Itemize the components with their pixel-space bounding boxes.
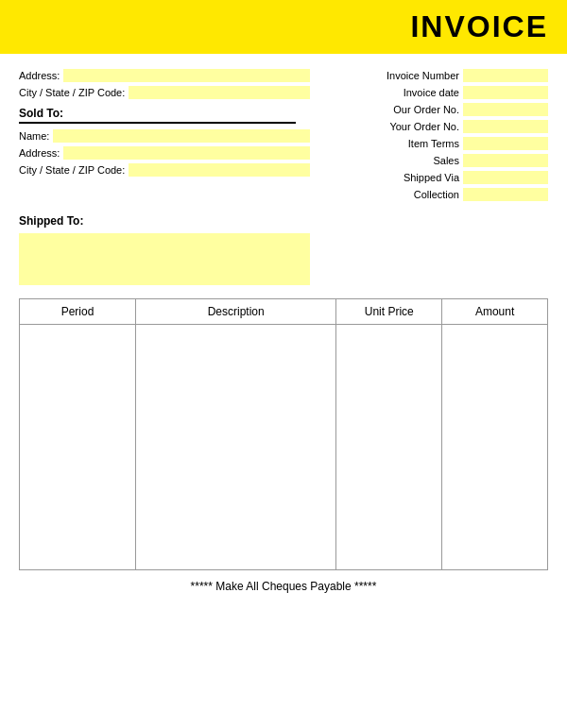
amount-cell[interactable] (442, 325, 548, 570)
right-field-label-3: Your Order No. (389, 121, 459, 132)
address-label: Address: (19, 70, 60, 81)
right-field-input-7[interactable] (463, 188, 548, 201)
shipped-to-label: Shipped To: (19, 214, 548, 228)
sold-to-label: Sold To: (19, 107, 296, 124)
period-cell[interactable] (20, 325, 136, 570)
invoice-header: INVOICE (0, 0, 567, 54)
right-field-input-3[interactable] (463, 120, 548, 133)
right-field-input-5[interactable] (463, 154, 548, 167)
right-field-label-5: Sales (433, 155, 459, 166)
city-label: City / State / ZIP Code: (19, 87, 125, 98)
right-field-row-5: Sales (326, 154, 548, 167)
name-label: Name: (19, 130, 49, 142)
right-field-row-6: Shipped Via (326, 171, 548, 184)
col-period: Period (20, 299, 136, 325)
city2-input[interactable] (129, 163, 310, 177)
right-field-input-0[interactable] (463, 69, 548, 82)
name-input[interactable] (53, 129, 310, 143)
unit-price-cell[interactable] (336, 325, 442, 570)
right-field-row-3: Your Order No. (326, 120, 548, 133)
right-field-label-2: Our Order No. (393, 104, 459, 115)
right-field-row-4: Item Terms (326, 137, 548, 150)
invoice-table: Period Description Unit Price Amount (19, 298, 548, 570)
right-field-input-6[interactable] (463, 171, 548, 184)
right-field-row-7: Collection (326, 188, 548, 201)
city2-label: City / State / ZIP Code: (19, 164, 125, 176)
shipped-to-input[interactable] (19, 233, 310, 285)
right-field-row-2: Our Order No. (326, 103, 548, 116)
right-field-row-1: Invoice date (326, 86, 548, 99)
right-field-row-0: Invoice Number (326, 69, 548, 82)
address2-label: Address: (19, 147, 60, 159)
right-field-label-4: Item Terms (408, 138, 459, 149)
right-field-label-7: Collection (414, 189, 459, 200)
col-amount: Amount (442, 299, 548, 325)
right-field-input-2[interactable] (463, 103, 548, 116)
right-field-input-1[interactable] (463, 86, 548, 99)
address2-input[interactable] (63, 146, 310, 160)
col-description: Description (135, 299, 335, 325)
footer-text: ***** Make All Cheques Payable ***** (191, 580, 377, 593)
invoice-title: INVOICE (0, 9, 548, 44)
address-input[interactable] (63, 69, 310, 82)
right-field-label-6: Shipped Via (404, 172, 459, 183)
description-cell[interactable] (135, 325, 335, 570)
city-input[interactable] (129, 86, 310, 99)
right-field-label-1: Invoice date (404, 87, 459, 98)
col-unit-price: Unit Price (336, 299, 442, 325)
right-field-input-4[interactable] (463, 137, 548, 150)
right-field-label-0: Invoice Number (387, 70, 459, 81)
